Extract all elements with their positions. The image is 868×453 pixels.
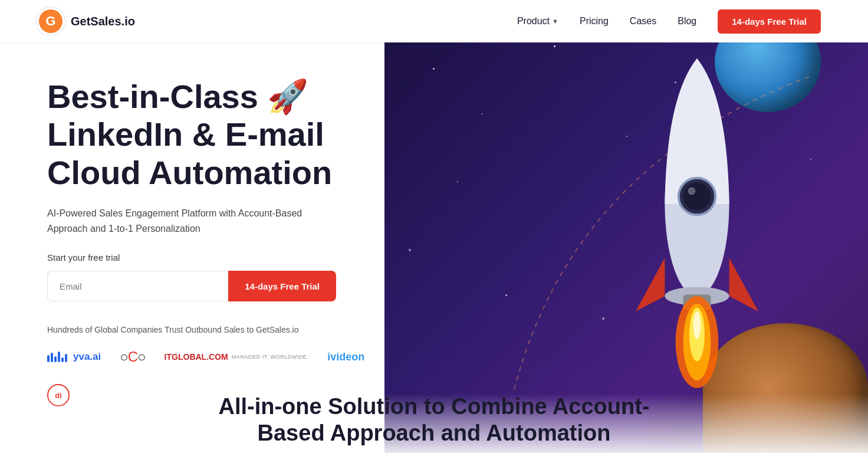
trust-text: Hundreds of Global Companies Trust Outbo… [47, 325, 366, 334]
logo-yva: yva.ai [47, 351, 101, 363]
nav-blog[interactable]: Blog [678, 16, 696, 27]
trial-label: Start your free trial [47, 252, 366, 262]
logo-oco: ○C○ [120, 349, 145, 365]
logo[interactable]: G GetSales.io [35, 6, 135, 37]
svg-point-7 [688, 187, 695, 195]
nav-cases[interactable]: Cases [630, 16, 656, 27]
rocket-image [620, 35, 774, 378]
email-form: 14-days Free Trial [47, 271, 336, 301]
svg-point-6 [683, 183, 711, 211]
svg-point-13 [693, 311, 701, 339]
hero-subtitle: AI-Powered Sales Engagement Platform wit… [47, 206, 342, 236]
logo-text: GetSales.io [71, 15, 135, 28]
main-nav: Product ▼ Pricing Cases Blog 14-days Fre… [517, 9, 821, 34]
hero-section: Best-in-Class 🚀 LinkedIn & E-mail Cloud … [0, 42, 401, 453]
main-header: G GetSales.io Product ▼ Pricing Cases Bl… [0, 0, 868, 42]
email-input[interactable] [47, 271, 228, 301]
nav-trial-button[interactable]: 14-days Free Trial [718, 9, 821, 34]
chevron-down-icon: ▼ [552, 18, 558, 25]
bottom-title: All-in-one Solution to Combine Account- … [218, 393, 649, 447]
space-background [384, 0, 868, 453]
logo-ivideon: ivideon [327, 351, 364, 363]
logo-itglobal: ITGLOBAL.COM MANAGED IT. WORLDWIDE. [165, 352, 309, 362]
nav-product[interactable]: Product ▼ [517, 16, 558, 27]
bottom-teaser: All-in-one Solution to Combine Account- … [0, 394, 868, 453]
form-trial-button[interactable]: 14-days Free Trial [228, 271, 336, 301]
hero-title: Best-in-Class 🚀 LinkedIn & E-mail Cloud … [47, 78, 366, 192]
nav-pricing[interactable]: Pricing [580, 16, 609, 27]
svg-text:G: G [45, 14, 55, 28]
yva-dots-icon [47, 352, 67, 362]
